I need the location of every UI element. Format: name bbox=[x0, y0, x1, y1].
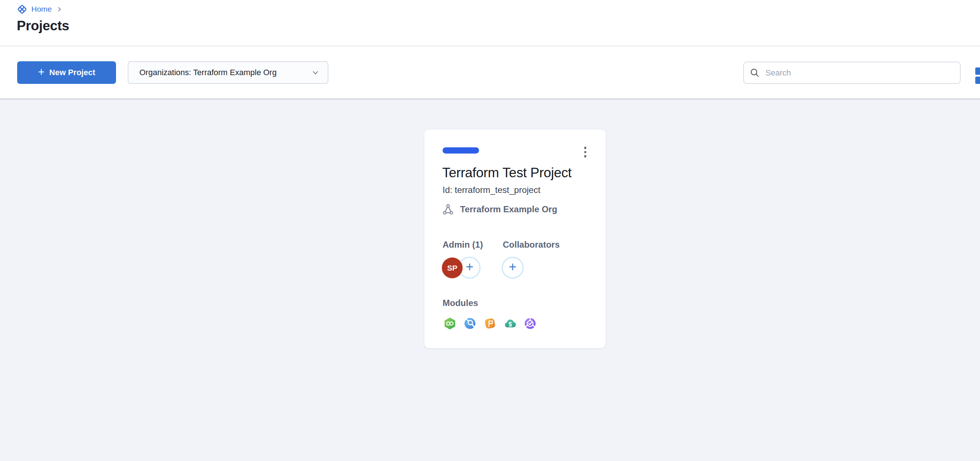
breadcrumb-chevron-icon bbox=[56, 6, 63, 13]
new-project-button[interactable]: + New Project bbox=[17, 61, 116, 84]
admin-label: Admin (1) bbox=[442, 240, 483, 250]
organization-filter-dropdown[interactable]: Organizations: Terraform Example Org bbox=[128, 61, 328, 84]
search-input[interactable] bbox=[765, 68, 954, 78]
new-project-label: New Project bbox=[49, 68, 95, 77]
card-menu-button[interactable] bbox=[578, 143, 592, 162]
collaborators-label: Collaborators bbox=[503, 240, 560, 250]
plus-icon: + bbox=[38, 67, 45, 78]
plus-icon: + bbox=[466, 261, 473, 273]
project-card[interactable]: Terraform Test Project Id: terraform_tes… bbox=[424, 129, 606, 348]
header-divider bbox=[0, 46, 980, 46]
organization-name: Terraform Example Org bbox=[460, 204, 557, 215]
search-box bbox=[743, 62, 961, 84]
chevron-down-icon bbox=[311, 68, 320, 77]
project-title[interactable]: Terraform Test Project bbox=[442, 165, 572, 181]
organization-icon bbox=[442, 203, 453, 215]
hexagon-infinity-icon bbox=[443, 317, 457, 330]
main-content: Terraform Test Project Id: terraform_tes… bbox=[0, 100, 980, 461]
donut-check-icon bbox=[523, 317, 537, 330]
kebab-icon bbox=[584, 146, 587, 149]
project-color-pill bbox=[442, 147, 479, 154]
breadcrumb: Home bbox=[17, 3, 63, 15]
organization-row: Terraform Example Org bbox=[442, 203, 557, 215]
organization-filter-value: Organizations: Terraform Example Org bbox=[139, 68, 277, 77]
modules-row: $ bbox=[443, 317, 537, 330]
grid-view-toggle[interactable] bbox=[975, 67, 980, 84]
modules-label: Modules bbox=[442, 298, 478, 308]
project-id: Id: terraform_test_project bbox=[442, 185, 540, 195]
circle-search-icon bbox=[463, 317, 477, 330]
add-collaborator-button[interactable]: + bbox=[502, 257, 523, 279]
grid-view-icon bbox=[975, 67, 980, 75]
search-icon bbox=[750, 68, 760, 78]
admin-avatar[interactable]: SP bbox=[442, 258, 463, 278]
page-title: Projects bbox=[17, 18, 69, 33]
breadcrumb-home-link[interactable]: Home bbox=[31, 5, 52, 13]
plus-icon: + bbox=[509, 261, 516, 273]
svg-text:$: $ bbox=[509, 321, 512, 328]
flag-icon bbox=[484, 317, 496, 330]
cloud-dollar-icon: $ bbox=[503, 317, 517, 330]
app-logo-icon[interactable] bbox=[17, 4, 27, 14]
